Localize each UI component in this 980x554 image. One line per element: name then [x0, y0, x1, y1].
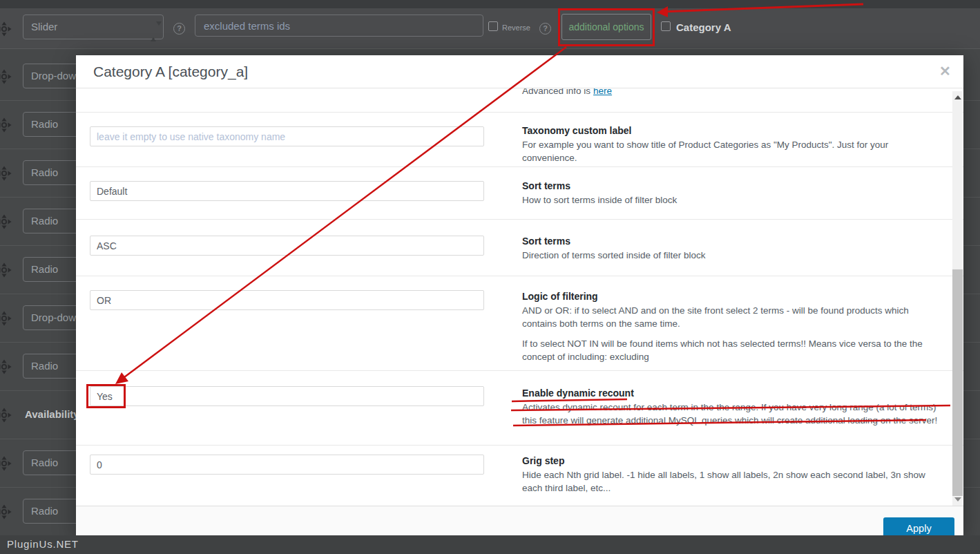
drag-handle-icon[interactable]: [0, 214, 12, 229]
option-desc: If to select NOT IN will be found items …: [522, 337, 945, 363]
modal-footer: Apply: [76, 506, 963, 537]
drag-handle-icon[interactable]: [0, 359, 12, 374]
category-a-label: Category A: [676, 21, 731, 33]
drag-handle-icon[interactable]: [0, 262, 12, 278]
drag-handle-icon[interactable]: [0, 69, 12, 84]
option-label: Sort terms: [522, 236, 945, 247]
advanced-info-text: Advanced info ishere: [522, 88, 612, 96]
taxonomy-custom-label-input[interactable]: [90, 126, 484, 146]
option-desc: How to sort terms inside of filter block: [522, 193, 945, 207]
scroll-down-icon[interactable]: [954, 497, 961, 502]
modal-header: Category A [category_a] ✕: [76, 55, 963, 88]
additional-options-button[interactable]: additional options: [561, 14, 651, 40]
sort-direction-input[interactable]: [90, 236, 484, 256]
excluded-terms-input[interactable]: [195, 15, 483, 37]
option-desc: For example you want to show title of Pr…: [522, 138, 945, 164]
scrollbar-thumb[interactable]: [952, 269, 963, 496]
drag-handle-icon[interactable]: [0, 117, 12, 133]
filter-type-value: Slider: [31, 21, 57, 32]
dynamic-recount-input[interactable]: [90, 386, 484, 406]
taxonomy-options-modal: Category A [category_a] ✕ Advanced info …: [76, 55, 963, 537]
drag-handle-icon[interactable]: [0, 456, 12, 471]
sort-terms-input[interactable]: [90, 181, 484, 201]
close-icon[interactable]: ✕: [939, 63, 951, 79]
filter-toolbar-row: Slider ? Reverse ? additional options Ca…: [0, 8, 980, 48]
drag-handle-icon[interactable]: [0, 311, 12, 326]
select-spinner-icon: [151, 20, 156, 44]
option-label: Logic of filtering: [522, 291, 945, 302]
drag-handle-icon[interactable]: [0, 408, 12, 423]
watermark-band: PluginUs.NET: [0, 535, 980, 554]
help-icon[interactable]: ?: [173, 23, 185, 35]
option-label: Taxonomy custom label: [522, 125, 945, 136]
reverse-label: Reverse: [502, 23, 530, 32]
option-desc: Direction of terms sorted inside of filt…: [522, 249, 945, 262]
option-row-dynamic-recount: Enable dynamic recount Activates dynamic…: [76, 371, 963, 446]
help-icon[interactable]: ?: [539, 23, 551, 35]
watermark-text: PluginUs.NET: [7, 538, 79, 550]
screen: Slider ? Reverse ? additional options Ca…: [0, 0, 980, 554]
option-desc: Hide each Nth grid label. -1 hide all la…: [522, 468, 945, 495]
page-top-strip: [0, 0, 980, 8]
filter-type-select[interactable]: Slider: [23, 15, 164, 39]
category-a-checkbox[interactable]: [661, 21, 671, 31]
option-row-sort-direction: Sort terms Direction of terms sorted ins…: [76, 220, 963, 276]
drag-handle-icon[interactable]: [0, 504, 12, 519]
option-label: Enable dynamic recount: [522, 388, 945, 399]
modal-title: Category A [category_a]: [93, 55, 248, 88]
modal-scrollbar[interactable]: [952, 91, 963, 506]
option-label: Sort terms: [522, 180, 945, 191]
grid-step-input[interactable]: [90, 455, 484, 475]
drag-handle-icon[interactable]: [0, 166, 12, 181]
availability-label: Availability:: [25, 408, 83, 420]
drag-handle-icon[interactable]: [0, 21, 12, 37]
option-row-grid-step: Grig step Hide each Nth grid label. -1 h…: [76, 446, 963, 506]
option-row-taxonomy-label: Taxonomy custom label For example you wa…: [76, 113, 963, 167]
option-label: Grig step: [522, 455, 945, 466]
option-desc: Activates dynamic recount for each term …: [522, 401, 945, 427]
advanced-info-row: Advanced info ishere: [76, 88, 963, 113]
reverse-checkbox[interactable]: [488, 21, 498, 31]
scroll-up-icon[interactable]: [954, 95, 961, 99]
option-row-logic: Logic of filtering AND or OR: if to sele…: [76, 276, 963, 371]
option-desc: AND or OR: if to select AND and on the s…: [522, 304, 945, 330]
logic-input[interactable]: [90, 290, 484, 310]
option-row-sort-terms: Sort terms How to sort terms inside of f…: [76, 167, 963, 220]
divider: [0, 48, 980, 49]
modal-body: Advanced info ishere Taxonomy custom lab…: [76, 88, 963, 506]
here-link[interactable]: here: [593, 88, 612, 96]
